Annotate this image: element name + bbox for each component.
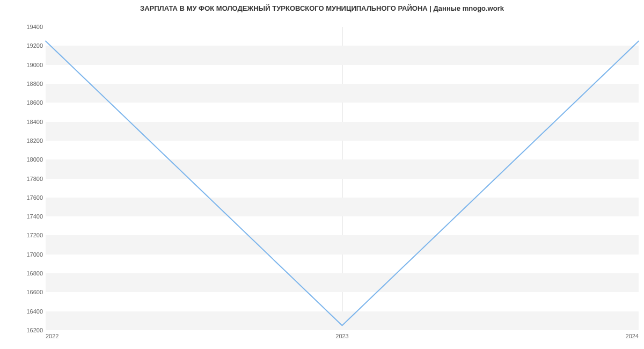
y-axis-label: 17800: [26, 176, 43, 182]
x-axis-label: 2023: [335, 333, 348, 339]
series-path: [46, 41, 639, 325]
line-series: [46, 27, 639, 330]
y-axis-label: 19000: [26, 62, 43, 68]
y-axis-label: 19400: [26, 24, 43, 30]
plot-area: [46, 27, 639, 330]
y-axis-label: 17400: [26, 213, 43, 220]
y-axis-label: 16800: [26, 270, 43, 277]
y-axis-label: 19200: [26, 42, 43, 49]
y-axis-label: 17000: [26, 251, 43, 258]
y-axis-label: 18000: [26, 156, 43, 163]
x-axis-label: 2024: [626, 333, 639, 339]
y-axis-label: 16600: [26, 289, 43, 295]
y-axis-label: 18600: [26, 99, 43, 106]
y-axis-label: 17200: [26, 232, 43, 238]
y-axis-label: 17600: [26, 194, 43, 201]
chart-container: ЗАРПЛАТА В МУ ФОК МОЛОДЕЖНЫЙ ТУРКОВСКОГО…: [0, 0, 644, 349]
x-axis-label: 2022: [46, 333, 58, 339]
y-axis-label: 18400: [26, 119, 43, 125]
chart-title: ЗАРПЛАТА В МУ ФОК МОЛОДЕЖНЫЙ ТУРКОВСКОГО…: [0, 4, 644, 12]
y-axis-label: 16400: [26, 308, 43, 315]
y-axis-label: 18200: [26, 137, 43, 144]
y-axis-label: 18800: [26, 81, 43, 87]
y-axis-label: 16200: [26, 327, 43, 333]
